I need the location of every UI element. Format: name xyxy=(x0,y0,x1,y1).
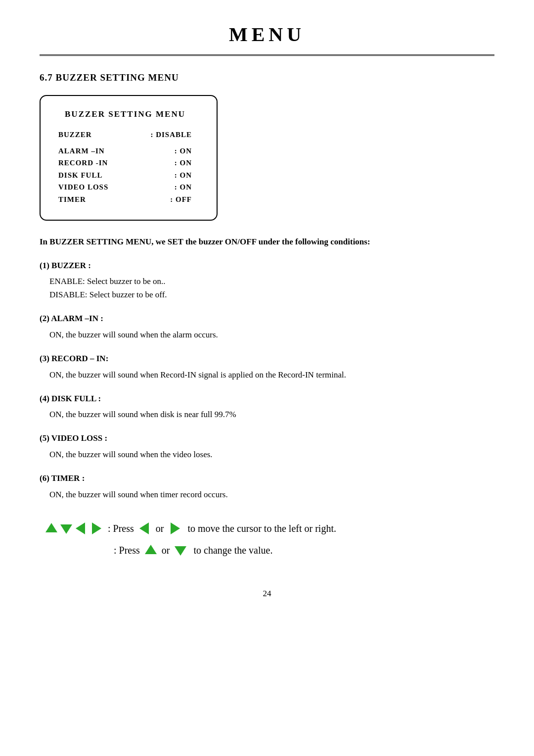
subsections-container: (1) BUZZER :ENABLE: Select buzzer to be … xyxy=(40,259,494,501)
all-arrows-group xyxy=(44,521,103,535)
page-number: 24 xyxy=(40,587,494,600)
subsection-line: ON, the buzzer will sound when the alarm… xyxy=(49,328,494,341)
subsection-title-alarm-in: (2) ALARM –IN : xyxy=(40,312,494,325)
nav-row-left-right: : Press or to move the cursor to the lef… xyxy=(44,521,494,536)
subsection-body-buzzer: ENABLE: Select buzzer to be on..DISABLE:… xyxy=(40,275,494,301)
menu-item-value-3: : ON xyxy=(175,170,192,181)
section-heading: 6.7 BUZZER SETTING MENU xyxy=(40,71,494,85)
nav-or-2: or xyxy=(162,543,170,558)
subsection-timer: (6) TIMER :ON, the buzzer will sound whe… xyxy=(40,472,494,501)
intro-text: In BUZZER SETTING MENU, we SET the buzze… xyxy=(40,236,494,248)
svg-marker-2 xyxy=(76,522,85,534)
menu-item-label-3: DISK FULL xyxy=(58,170,128,181)
subsection-line: ON, the buzzer will sound when timer rec… xyxy=(49,488,494,501)
nav-colon-2: : Press xyxy=(114,543,140,558)
subsection-video-loss: (5) VIDEO LOSS :ON, the buzzer will soun… xyxy=(40,432,494,461)
subsection-title-record-in: (3) RECORD – IN: xyxy=(40,352,494,365)
nav-right-arrow xyxy=(168,521,181,535)
menu-item-label-4: VIDEO LOSS xyxy=(58,182,128,193)
menu-item-value-1: : ON xyxy=(175,145,192,157)
nav-down-arrow xyxy=(174,543,187,557)
subsection-body-timer: ON, the buzzer will sound when timer rec… xyxy=(40,488,494,501)
left-arrow-icon xyxy=(74,521,88,535)
subsection-line: ON, the buzzer will sound when disk is n… xyxy=(49,408,494,421)
menu-box-title: BUZZER SETTING MENU xyxy=(58,108,192,121)
subsection-title-timer: (6) TIMER : xyxy=(40,472,494,485)
svg-marker-5 xyxy=(171,522,180,534)
svg-marker-0 xyxy=(45,523,57,532)
nav-left-arrow xyxy=(138,521,152,535)
subsection-buzzer: (1) BUZZER :ENABLE: Select buzzer to be … xyxy=(40,259,494,302)
subsection-disk-full: (4) DISK FULL :ON, the buzzer will sound… xyxy=(40,392,494,422)
subsection-line: ON, the buzzer will sound when the video… xyxy=(49,448,494,461)
menu-item-label-1: ALARM –IN xyxy=(58,145,128,157)
menu-items: BUZZER: DISABLEALARM –IN: ONRECORD -IN: … xyxy=(58,129,192,205)
menu-item-row-4: VIDEO LOSS: ON xyxy=(58,182,192,193)
svg-marker-6 xyxy=(145,545,157,554)
down-arrow-icon xyxy=(59,521,73,535)
nav-text-1: to move the cursor to the left or right. xyxy=(187,521,336,536)
subsection-line: ENABLE: Select buzzer to be on.. xyxy=(49,275,494,288)
up-arrow-icon xyxy=(44,521,58,535)
subsection-record-in: (3) RECORD – IN:ON, the buzzer will soun… xyxy=(40,352,494,381)
nav-colon-1: : Press xyxy=(108,521,134,536)
menu-item-label-5: TIMER xyxy=(58,194,128,205)
page-title: MENU xyxy=(40,20,494,49)
menu-item-label-2: RECORD -IN xyxy=(58,157,128,169)
nav-instructions: : Press or to move the cursor to the lef… xyxy=(40,521,494,558)
menu-box: BUZZER SETTING MENU BUZZER: DISABLEALARM… xyxy=(40,95,218,221)
subsection-line: DISABLE: Select buzzer to be off. xyxy=(49,288,494,301)
svg-marker-4 xyxy=(139,522,149,534)
nav-up-arrow xyxy=(144,543,158,557)
menu-item-value-2: : ON xyxy=(175,157,192,169)
nav-or-1: or xyxy=(156,521,164,536)
menu-item-value-4: : ON xyxy=(175,182,192,193)
menu-item-value-5: : OFF xyxy=(170,194,192,205)
menu-item-row-0: BUZZER: DISABLE xyxy=(58,129,192,141)
svg-marker-3 xyxy=(92,522,101,534)
subsection-alarm-in: (2) ALARM –IN :ON, the buzzer will sound… xyxy=(40,312,494,341)
title-divider xyxy=(40,54,494,56)
right-arrow-icon xyxy=(89,521,103,535)
menu-item-label-0: BUZZER xyxy=(58,129,128,141)
menu-item-row-5: TIMER: OFF xyxy=(58,194,192,205)
subsection-title-buzzer: (1) BUZZER : xyxy=(40,259,494,272)
svg-marker-7 xyxy=(175,546,186,556)
menu-item-row-1: ALARM –IN: ON xyxy=(58,145,192,157)
nav-text-2: to change the value. xyxy=(193,543,272,558)
menu-item-row-3: DISK FULL: ON xyxy=(58,170,192,181)
subsection-title-video-loss: (5) VIDEO LOSS : xyxy=(40,432,494,445)
subsection-body-video-loss: ON, the buzzer will sound when the video… xyxy=(40,448,494,461)
svg-marker-1 xyxy=(60,524,72,534)
subsection-body-disk-full: ON, the buzzer will sound when disk is n… xyxy=(40,408,494,421)
nav-row-up-down: : Press or to change the value. xyxy=(44,543,494,558)
menu-item-value-0: : DISABLE xyxy=(150,129,192,141)
subsection-body-alarm-in: ON, the buzzer will sound when the alarm… xyxy=(40,328,494,341)
subsection-title-disk-full: (4) DISK FULL : xyxy=(40,392,494,405)
subsection-line: ON, the buzzer will sound when Record-IN… xyxy=(49,368,494,381)
menu-item-row-2: RECORD -IN: ON xyxy=(58,157,192,169)
subsection-body-record-in: ON, the buzzer will sound when Record-IN… xyxy=(40,368,494,381)
